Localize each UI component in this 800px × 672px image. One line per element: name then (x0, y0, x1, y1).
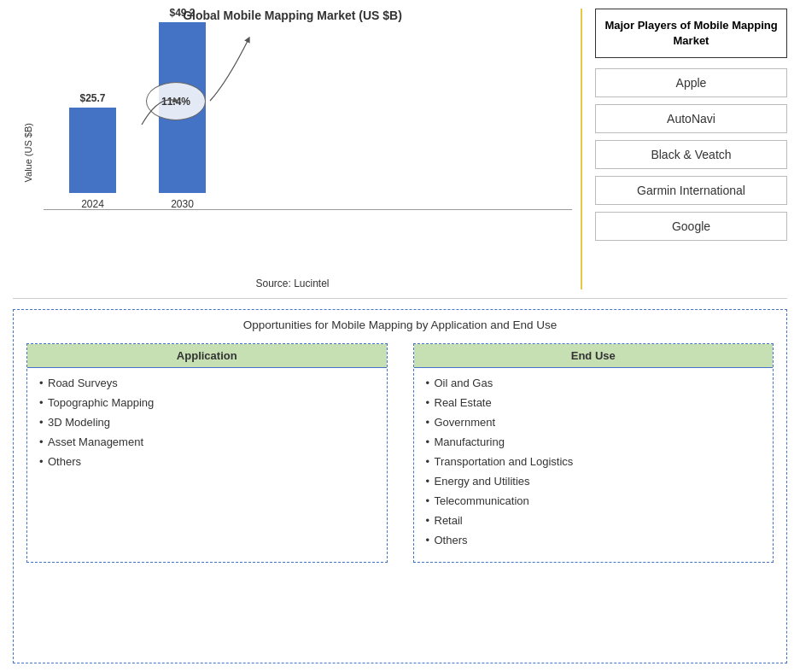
app-item-2: 3D Modeling (39, 416, 375, 429)
eu-item-3: Manufacturing (426, 435, 762, 448)
eu-item-1: Real Estate (426, 396, 762, 409)
eu-item-0: Oil and Gas (426, 377, 762, 389)
cagr-circle: 11.4% (146, 82, 206, 120)
bar-2024-value: $25.7 (79, 92, 105, 104)
y-axis-label: Value (US $B) (23, 123, 33, 183)
bar-2024: $25.7 2024 (69, 92, 116, 210)
application-list: Road Surveys Topographic Mapping 3D Mode… (27, 368, 387, 483)
bar-2024-label: 2024 (81, 198, 104, 210)
eu-item-8: Others (426, 534, 762, 546)
chart-title: Global Mobile Mapping Market (US $B) (13, 9, 572, 22)
eu-item-7: Retail (426, 514, 762, 527)
bar-2030-value: $49.2 (169, 7, 195, 19)
chart-area: Global Mobile Mapping Market (US $B) Val… (13, 9, 582, 289)
app-item-0: Road Surveys (39, 377, 375, 389)
player-item-2: Black & Veatch (595, 140, 787, 169)
player-item-4: Google (595, 212, 787, 241)
bottom-columns: Application Road Surveys Topographic Map… (26, 343, 774, 563)
opportunities-title: Opportunities for Mobile Mapping by Appl… (26, 318, 774, 331)
bar-2024-rect (69, 108, 116, 193)
bottom-section: Opportunities for Mobile Mapping by Appl… (13, 309, 787, 663)
player-item-0: Apple (595, 68, 787, 97)
app-item-1: Topographic Mapping (39, 396, 375, 409)
cagr-value: 11.4% (161, 96, 190, 108)
main-container: Global Mobile Mapping Market (US $B) Val… (0, 0, 800, 672)
application-header: Application (27, 344, 387, 368)
end-use-column: End Use Oil and Gas Real Estate Governme… (413, 343, 774, 563)
players-title: Major Players of Mobile Mapping Market (595, 9, 787, 58)
end-use-header: End Use (414, 344, 774, 368)
top-section: Global Mobile Mapping Market (US $B) Val… (13, 9, 787, 299)
eu-item-5: Energy and Utilities (426, 475, 762, 488)
app-item-4: Others (39, 455, 375, 468)
eu-item-6: Telecommunication (426, 494, 762, 507)
player-item-1: AutoNavi (595, 104, 787, 133)
app-item-3: Asset Management (39, 435, 375, 448)
eu-item-2: Government (426, 416, 762, 429)
players-panel: Major Players of Mobile Mapping Market A… (582, 9, 787, 289)
player-item-3: Garmin International (595, 176, 787, 205)
end-use-list: Oil and Gas Real Estate Government Manuf… (414, 368, 774, 562)
cagr-arrows (44, 31, 572, 210)
application-column: Application Road Surveys Topographic Map… (26, 343, 388, 563)
bar-2030-label: 2030 (171, 198, 194, 210)
source-text: Source: Lucintel (13, 278, 572, 289)
eu-item-4: Transportation and Logistics (426, 455, 762, 468)
